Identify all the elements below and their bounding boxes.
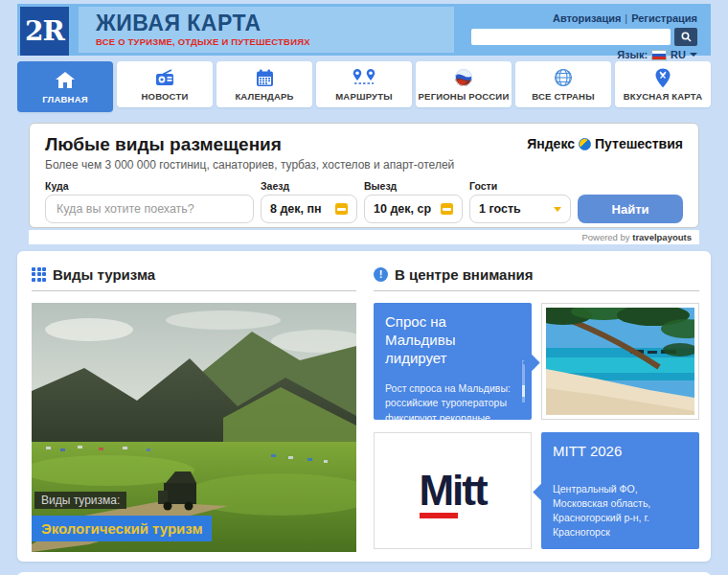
grid-icon <box>32 267 46 282</box>
checkin-label: Заезд <box>261 180 357 192</box>
powered-by-strip: Powered by travelpayouts <box>29 230 699 244</box>
checkout-group: Выезд 10 дек, ср <box>364 180 463 223</box>
tab-news[interactable]: НОВОСТИ <box>117 61 213 107</box>
spotlight-column: ! В центре внимания Спрос на Мальдивы ли… <box>374 264 699 549</box>
spotlight-list: Спрос на Мальдивы лидирует Рост спроса н… <box>374 303 699 549</box>
site-title: ЖИВАЯ КАРТА <box>96 12 454 35</box>
tab-label: МАРШРУТЫ <box>335 91 392 102</box>
tab-calendar[interactable]: КАЛЕНДАРЬ <box>216 61 312 107</box>
destination-field <box>45 195 254 223</box>
russia-globe-icon <box>454 67 473 88</box>
radio-icon <box>154 67 175 88</box>
tourism-section-title: Виды туризма <box>53 266 155 283</box>
news-card[interactable]: Спрос на Мальдивы лидирует Рост спроса н… <box>374 303 532 420</box>
powered-by-brand[interactable]: travelpayouts <box>632 232 692 242</box>
photo-category-label: Виды туризма: <box>34 492 126 509</box>
site-subtitle: ВСЕ О ТУРИЗМЕ, ОТДЫХЕ И ПУТЕШЕСТВИЯХ <box>96 36 454 47</box>
route-pins-icon <box>352 67 376 88</box>
news-title: MITT 2026 <box>553 443 688 461</box>
header-search-input[interactable] <box>471 29 671 45</box>
register-link[interactable]: Регистрация <box>631 12 697 24</box>
tourism-photo[interactable]: Виды туризма: Экологический туризм <box>32 303 356 552</box>
mitt-logo: Mitt <box>419 470 486 512</box>
brand-part1: Яндекс <box>527 136 575 151</box>
checkin-group: Заезд 8 дек, пн <box>261 180 357 223</box>
page: 2R ЖИВАЯ КАРТА ВСЕ О ТУРИЗМЕ, ОТДЫХЕ И П… <box>0 0 728 575</box>
news-image-mitt-logo[interactable]: Mitt <box>374 432 532 549</box>
header-search <box>471 28 697 46</box>
brand-part2: Путешествия <box>595 136 683 151</box>
checkout-value: 10 дек, ср <box>374 202 441 216</box>
checkout-label: Выезд <box>364 180 463 192</box>
language-selector[interactable]: Язык: RU <box>617 49 697 60</box>
main-content: Виды туризма <box>17 251 711 562</box>
card-pointer <box>522 354 539 371</box>
section-divider <box>32 290 356 291</box>
guests-value: 1 гость <box>479 202 554 216</box>
yandex-travel-brand: Яндекс Путешествия <box>527 136 683 151</box>
chevron-down-icon <box>690 53 697 57</box>
news-card[interactable]: MITT 2026 Центральный ФО, Московская обл… <box>541 432 699 549</box>
checkin-value: 8 дек, пн <box>270 202 335 216</box>
tourism-section-header: Виды туризма <box>32 264 356 285</box>
find-group: Найти <box>578 180 683 223</box>
tab-home[interactable]: ГЛАВНАЯ <box>17 61 113 112</box>
tab-label: ВСЕ СТРАНЫ <box>532 91 594 102</box>
calendar-icon <box>441 203 453 215</box>
russia-flag-icon <box>651 50 667 60</box>
language-value: RU <box>671 49 686 60</box>
photo-title-label[interactable]: Экологический туризм <box>32 516 212 541</box>
destination-input[interactable] <box>55 201 244 217</box>
spotlight-section-header: ! В центре внимания <box>374 264 699 285</box>
guests-label: Гости <box>469 180 571 192</box>
tab-food-map[interactable]: ВКУСНАЯ КАРТА <box>615 61 711 107</box>
tab-label: КАЛЕНДАРЬ <box>235 91 293 102</box>
tab-russia-regions[interactable]: РЕГИОНЫ РОССИИ <box>416 61 512 107</box>
booking-form: Куда Заезд 8 дек, пн Выезд 10 дек, ср <box>45 180 683 223</box>
login-link[interactable]: Авторизация <box>553 12 621 24</box>
powered-by-text: Powered by <box>581 232 629 242</box>
home-icon <box>55 70 76 91</box>
yandex-globe-icon <box>579 138 591 150</box>
tab-all-countries[interactable]: ВСЕ СТРАНЫ <box>515 61 611 107</box>
tab-routes[interactable]: МАРШРУТЫ <box>316 61 412 107</box>
calendar-icon <box>256 67 274 88</box>
header-search-button[interactable] <box>674 28 697 46</box>
beach-image <box>546 308 694 415</box>
tab-label: РЕГИОНЫ РОССИИ <box>419 91 510 102</box>
news-text: Рост спроса на Мальдивы: российские туро… <box>385 381 520 426</box>
site-title-panel: ЖИВАЯ КАРТА ВСЕ О ТУРИЗМЕ, ОТДЫХЕ И ПУТЕ… <box>79 7 454 53</box>
tab-label: ВКУСНАЯ КАРТА <box>624 91 702 102</box>
header: 2R ЖИВАЯ КАРТА ВСЕ О ТУРИЗМЕ, ОТДЫХЕ И П… <box>17 4 711 56</box>
find-spacer <box>578 180 683 192</box>
destination-label: Куда <box>45 180 254 192</box>
news-item-mitt: Mitt MITT 2026 Центральный ФО, Московска… <box>374 432 699 549</box>
guests-group: Гости 1 гость <box>469 180 571 223</box>
tab-label: ГЛАВНАЯ <box>42 94 88 104</box>
site-logo[interactable]: 2R <box>20 7 69 56</box>
checkin-field[interactable]: 8 дек, пн <box>261 195 357 223</box>
guests-select[interactable]: 1 гость <box>469 195 571 223</box>
checkout-field[interactable]: 10 дек, ср <box>364 195 463 223</box>
calendar-icon <box>335 203 348 215</box>
find-button[interactable]: Найти <box>578 195 683 223</box>
booking-widget: Яндекс Путешествия Любые виды размещения… <box>29 123 699 228</box>
destination-group: Куда <box>45 180 254 223</box>
auth-links: Авторизация|Регистрация <box>553 12 697 24</box>
news-text: Центральный ФО, Московская область, Крас… <box>553 482 688 540</box>
site-logo-text: 2R <box>25 15 64 47</box>
scrollbar[interactable] <box>522 360 525 402</box>
chevron-down-icon <box>554 207 561 212</box>
widget-subtitle: Более чем 3 000 000 гостиниц, санаториев… <box>45 158 683 172</box>
search-icon <box>681 32 692 42</box>
main-nav: ГЛАВНАЯ НОВОСТИ <box>17 61 711 112</box>
auth-divider: | <box>625 12 627 24</box>
mitt-logo-underline <box>420 513 458 518</box>
card-pointer <box>533 483 550 500</box>
mitt-logo-text: Mitt <box>419 467 486 514</box>
news-title: Спрос на Мальдивы лидирует <box>385 313 520 367</box>
news-item-maldives: Спрос на Мальдивы лидирует Рост спроса н… <box>374 303 699 420</box>
globe-icon <box>554 67 573 88</box>
news-image-beach[interactable] <box>541 303 699 420</box>
language-label: Язык: <box>617 49 648 60</box>
